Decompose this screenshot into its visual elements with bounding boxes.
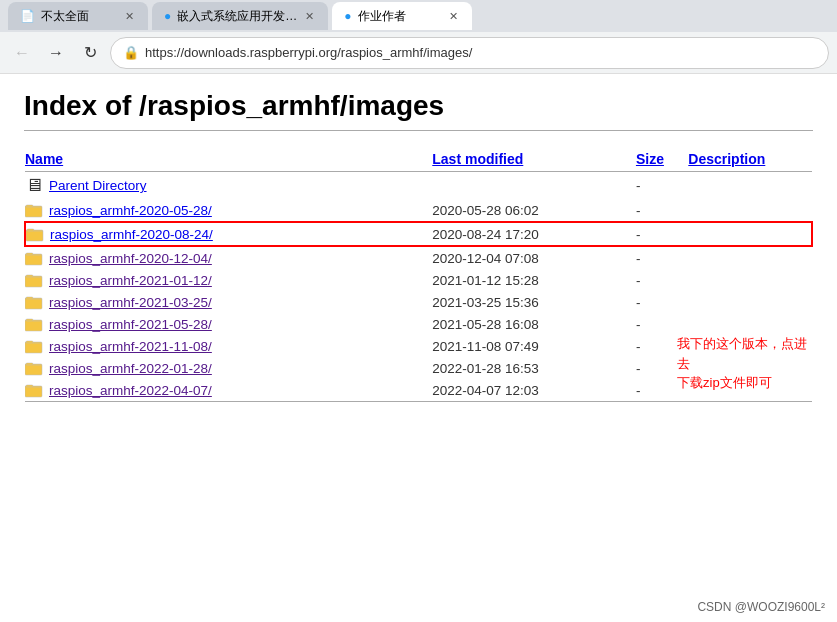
folder-modified: 2020-12-04 07:08	[432, 246, 636, 269]
parent-size: -	[636, 172, 688, 200]
folder-modified: 2021-03-25 15:36	[432, 291, 636, 313]
folder-modified: 2020-08-24 17:20	[432, 222, 636, 246]
folder-icon	[25, 338, 43, 354]
folder-modified: 2022-04-07 12:03	[432, 379, 636, 402]
folder-icon	[26, 226, 44, 242]
address-bar[interactable]: 🔒 https://downloads.raspberrypi.org/rasp…	[110, 37, 829, 69]
svg-rect-9	[26, 297, 33, 299]
svg-rect-0	[25, 206, 42, 217]
folder-link[interactable]: raspios_armhf-2021-03-25/	[49, 295, 212, 310]
parent-dir-cell: 🖥 Parent Directory	[25, 172, 432, 200]
page-title: Index of /raspios_armhf/images	[24, 90, 813, 131]
folder-icon	[25, 316, 43, 332]
svg-rect-13	[26, 341, 33, 343]
folder-size: -	[636, 199, 688, 222]
folder-name-cell: raspios_armhf-2021-05-28/	[25, 313, 432, 335]
svg-rect-15	[26, 363, 33, 365]
folder-desc	[688, 199, 812, 222]
folder-icon	[25, 250, 43, 266]
folder-size: -	[636, 269, 688, 291]
folder-name-cell: raspios_armhf-2020-05-28/	[25, 199, 432, 222]
tab-1-close[interactable]: ✕	[123, 10, 136, 23]
folder-modified: 2021-01-12 15:28	[432, 269, 636, 291]
tab-3-close[interactable]: ✕	[447, 10, 460, 23]
svg-rect-17	[26, 385, 33, 387]
svg-rect-1	[26, 205, 33, 207]
tab-3-favicon: ●	[344, 9, 351, 23]
folder-size: -	[636, 291, 688, 313]
svg-rect-7	[26, 275, 33, 277]
tab-2-label: 嵌入式系统应用开发(物联网...	[177, 8, 297, 25]
table-row: raspios_armhf-2020-05-28/ 2020-05-28 06:…	[25, 199, 812, 222]
tab-1-favicon: 📄	[20, 9, 35, 23]
svg-rect-11	[26, 319, 33, 321]
tab-3[interactable]: ● 作业作者 ✕	[332, 2, 472, 30]
folder-name-cell: raspios_armhf-2020-12-04/	[25, 246, 432, 269]
folder-link[interactable]: raspios_armhf-2020-08-24/	[50, 227, 213, 242]
svg-rect-4	[25, 254, 42, 265]
svg-rect-14	[25, 364, 42, 375]
table-row: raspios_armhf-2020-12-04/ 2020-12-04 07:…	[25, 246, 812, 269]
folder-desc	[688, 246, 812, 269]
folder-icon	[25, 382, 43, 398]
folder-desc	[688, 222, 812, 246]
folder-link[interactable]: raspios_armhf-2021-05-28/	[49, 317, 212, 332]
folder-icon	[25, 202, 43, 218]
lock-icon: 🔒	[123, 45, 139, 60]
folder-icon	[25, 360, 43, 376]
table-row: 🖥 Parent Directory -	[25, 172, 812, 200]
folder-name-cell: raspios_armhf-2021-03-25/	[25, 291, 432, 313]
svg-rect-10	[25, 320, 42, 331]
table-header-row: Name Last modified Size Description	[25, 147, 812, 172]
folder-name-cell: raspios_armhf-2021-11-08/	[25, 335, 432, 357]
table-row: raspios_armhf-2020-08-24/ 2020-08-24 17:…	[25, 222, 812, 246]
folder-icon	[25, 272, 43, 288]
forward-button[interactable]: →	[42, 39, 70, 67]
tab-2-favicon: ●	[164, 9, 171, 23]
folder-modified: 2021-05-28 16:08	[432, 313, 636, 335]
folder-icon	[25, 294, 43, 310]
folder-size: -	[636, 246, 688, 269]
folder-desc	[688, 291, 812, 313]
folder-link[interactable]: raspios_armhf-2020-05-28/	[49, 203, 212, 218]
address-text: https://downloads.raspberrypi.org/raspio…	[145, 45, 816, 60]
tab-1-label: 不太全面	[41, 8, 89, 25]
folder-link[interactable]: raspios_armhf-2021-11-08/	[49, 339, 212, 354]
parent-desc	[688, 172, 812, 200]
browser-toolbar: ← → ↻ 🔒 https://downloads.raspberrypi.or…	[0, 32, 837, 74]
table-row: raspios_armhf-2021-01-12/ 2021-01-12 15:…	[25, 269, 812, 291]
parent-dir-link[interactable]: Parent Directory	[49, 178, 147, 193]
table-row: raspios_armhf-2021-05-28/ 2021-05-28 16:…	[25, 313, 812, 335]
tab-1[interactable]: 📄 不太全面 ✕	[8, 2, 148, 30]
folder-name-cell: raspios_armhf-2021-01-12/	[25, 269, 432, 291]
folder-size: -	[636, 222, 688, 246]
svg-rect-5	[26, 253, 33, 255]
folder-name-cell: raspios_armhf-2022-04-07/	[25, 379, 432, 402]
svg-rect-8	[25, 298, 42, 309]
folder-link[interactable]: raspios_armhf-2021-01-12/	[49, 273, 212, 288]
parent-icon: 🖥	[25, 175, 43, 196]
svg-rect-6	[25, 276, 42, 287]
page-content: Index of /raspios_armhf/images Name Last…	[0, 74, 837, 424]
back-button[interactable]: ←	[8, 39, 36, 67]
col-header-name[interactable]: Name	[25, 147, 432, 172]
folder-link[interactable]: raspios_armhf-2022-04-07/	[49, 383, 212, 398]
folder-link[interactable]: raspios_armhf-2022-01-28/	[49, 361, 212, 376]
tab-3-label: 作业作者	[358, 8, 406, 25]
col-header-description[interactable]: Description	[688, 147, 812, 172]
folder-modified: 2022-01-28 16:53	[432, 357, 636, 379]
col-header-last-modified[interactable]: Last modified	[432, 147, 636, 172]
refresh-button[interactable]: ↻	[76, 39, 104, 67]
folder-desc	[688, 313, 812, 335]
folder-desc	[688, 269, 812, 291]
folder-name-cell: raspios_armhf-2022-01-28/	[25, 357, 432, 379]
tab-2[interactable]: ● 嵌入式系统应用开发(物联网... ✕	[152, 2, 328, 30]
svg-rect-2	[26, 230, 43, 241]
parent-modified	[432, 172, 636, 200]
col-header-size[interactable]: Size	[636, 147, 688, 172]
folder-link[interactable]: raspios_armhf-2020-12-04/	[49, 251, 212, 266]
svg-rect-16	[25, 386, 42, 397]
folder-name-cell: raspios_armhf-2020-08-24/	[25, 222, 432, 246]
tab-2-close[interactable]: ✕	[303, 10, 316, 23]
annotation: 我下的这个版本，点进去下载zip文件即可	[677, 334, 817, 393]
